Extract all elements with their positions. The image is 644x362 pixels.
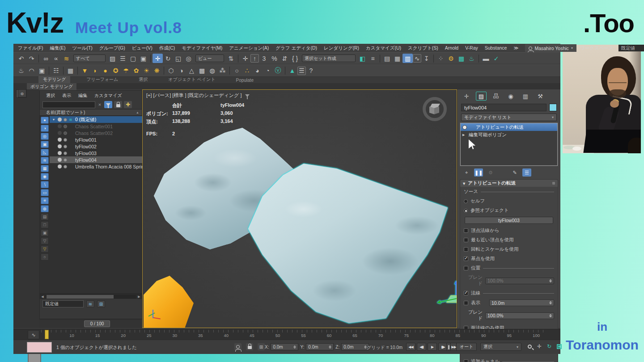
eye-icon[interactable]: [58, 138, 62, 142]
object-color-swatch[interactable]: [549, 104, 557, 111]
checkbox-from-normals[interactable]: [464, 228, 468, 233]
ribbon-tab[interactable]: Populate: [231, 77, 258, 83]
explorer-menu-item[interactable]: 表示: [62, 93, 71, 99]
toolbar-icon[interactable]: ☰: [118, 54, 128, 63]
display-filter-icon[interactable]: □: [41, 221, 49, 228]
explorer-menu-item[interactable]: カスタマイズ: [94, 93, 122, 99]
radio-self[interactable]: [464, 199, 468, 203]
toolbar-icon[interactable]: ▦: [392, 54, 402, 63]
display-filter-icon[interactable]: ◑: [41, 125, 49, 132]
menu-item[interactable]: ビュー(V): [132, 45, 153, 51]
pan-icon[interactable]: ✛: [536, 343, 543, 350]
toolbar-icon[interactable]: ⁂: [217, 66, 228, 76]
checkbox-use-pivot[interactable]: [464, 257, 468, 261]
toolbar-icon[interactable]: ▦: [65, 66, 76, 76]
clear-search-icon[interactable]: ×: [97, 102, 102, 107]
ribbon-tab[interactable]: オブジェクト ペイント: [164, 76, 220, 83]
auto-key-button[interactable]: オート: [456, 343, 477, 351]
toolbar-icon[interactable]: [229, 67, 230, 75]
show-field[interactable]: 10.0m: [489, 299, 554, 306]
time-slider-grip[interactable]: 0 / 100: [84, 320, 110, 327]
eye-icon[interactable]: [58, 144, 62, 148]
toolbar-icon[interactable]: ▤: [382, 54, 392, 63]
playback-button[interactable]: ◀▮: [417, 343, 426, 351]
display-filter-icon[interactable]: ▦: [41, 165, 49, 172]
display-filter-icon[interactable]: ▽: [41, 237, 49, 244]
show-row[interactable]: 表示 10.0m: [464, 299, 554, 306]
maximize-viewport-icon[interactable]: [555, 343, 563, 350]
command-panel-tab[interactable]: ▥: [520, 92, 531, 101]
reference-radio-row[interactable]: 参照オブジェクト: [464, 207, 554, 214]
toolbar-icon[interactable]: 3: [259, 54, 269, 63]
explorer-row[interactable]: tyFlow004: [50, 156, 154, 163]
explorer-row[interactable]: Chaos Scatter001: [50, 123, 154, 130]
toolbar-icon[interactable]: ▲: [287, 66, 297, 76]
viewport-label-text[interactable]: [+] [パース] [標準 ] [既定のシェーディング ]: [146, 92, 242, 99]
menu-item[interactable]: ≫: [513, 45, 518, 51]
menu-item[interactable]: モディファイヤ(M): [182, 45, 222, 51]
time-marker[interactable]: [45, 330, 49, 339]
display-filter-icon[interactable]: ▣: [41, 229, 49, 236]
viewcube[interactable]: [423, 97, 447, 121]
explorer-menu-item[interactable]: 選択: [46, 93, 55, 99]
selection-lock-icon[interactable]: [246, 343, 253, 350]
toolbar-icon[interactable]: ◎: [183, 54, 194, 63]
workspace-dropdown[interactable]: 既定値 ▾: [619, 45, 644, 51]
toolbar-icon[interactable]: ◱: [173, 54, 183, 63]
track-bar[interactable]: ∿ 51015202530354045505560657075808590951…: [13, 329, 560, 340]
toolbar-icon[interactable]: ◍: [207, 66, 217, 76]
toolbar-icon[interactable]: ▥: [402, 54, 413, 63]
menu-item[interactable]: V-Ray: [465, 45, 478, 51]
toolbar-icon[interactable]: ↷: [26, 54, 37, 63]
toolbar-icon[interactable]: ⁘: [436, 54, 446, 63]
checkbox-normals[interactable]: [464, 291, 468, 295]
spinner-icon[interactable]: [329, 345, 331, 349]
toolbar-icon[interactable]: [285, 67, 285, 75]
checkbox-rot-scale[interactable]: [464, 247, 468, 252]
toolbar-icon[interactable]: [380, 55, 380, 63]
radio-reference[interactable]: [464, 209, 468, 213]
toolbar-icon[interactable]: ≡: [368, 54, 378, 63]
toolbar-icon[interactable]: [479, 55, 479, 63]
toolbar-icon[interactable]: ∝: [51, 54, 61, 63]
object-name-field[interactable]: tyFlow004: [461, 104, 547, 111]
eye-icon[interactable]: [58, 164, 62, 168]
toolbar-icon[interactable]: ✿: [131, 66, 141, 76]
move-gizmo[interactable]: [434, 280, 457, 316]
display-filter-icon[interactable]: ▭: [41, 189, 49, 196]
toolbar-icon[interactable]: ビュー: [195, 55, 224, 62]
toolbar-icon[interactable]: [164, 67, 164, 75]
toolbar-icon[interactable]: ●: [100, 66, 110, 76]
expander-icon[interactable]: ▶: [462, 133, 466, 137]
toolbar-icon[interactable]: △: [186, 66, 197, 76]
explorer-menu-item[interactable]: 編集: [78, 93, 87, 99]
checkbox-position[interactable]: [464, 266, 468, 270]
menu-item[interactable]: グループ(G): [99, 45, 125, 51]
explorer-row[interactable]: tyFlow001: [50, 136, 154, 143]
toolbar-icon[interactable]: ◠: [26, 66, 37, 76]
dock-tool-icon[interactable]: ◍: [18, 89, 26, 97]
toolbar-icon[interactable]: 選択セット作成: [302, 55, 356, 62]
display-filter-icon[interactable]: ▣: [41, 141, 49, 148]
from-normals-row[interactable]: 頂点法線から: [464, 227, 554, 234]
lock-button[interactable]: [114, 101, 122, 108]
toolbar-icon[interactable]: [63, 67, 64, 75]
command-panel-tab[interactable]: ✛: [461, 92, 472, 101]
stack-tool-icon[interactable]: ☰: [522, 168, 531, 177]
command-panel-tab[interactable]: 品: [491, 92, 501, 101]
toolbar-icon[interactable]: ∴: [242, 66, 252, 76]
maxscript-mini-listener[interactable]: [27, 342, 52, 353]
playback-button[interactable]: ◀◀: [406, 343, 415, 351]
display-filter-icon[interactable]: ▤: [41, 213, 49, 220]
menu-item[interactable]: ファイル(F): [18, 45, 43, 51]
spinner-icon[interactable]: [549, 301, 552, 304]
toolbar-icon[interactable]: ↑: [250, 54, 259, 63]
toolbar-icon[interactable]: ◑: [176, 66, 186, 76]
toolbar-icon[interactable]: ↶: [16, 54, 26, 63]
toolbar-icon[interactable]: ◔: [263, 66, 273, 76]
toolbar-icon[interactable]: ⇵: [280, 54, 290, 63]
explorer-hscrollbar[interactable]: ◀ ▶: [40, 294, 142, 299]
search-input[interactable]: [42, 101, 95, 108]
toolbar-icon[interactable]: [77, 67, 78, 75]
rollout-header[interactable]: ▾ アトリビュートの転送: [460, 180, 558, 187]
